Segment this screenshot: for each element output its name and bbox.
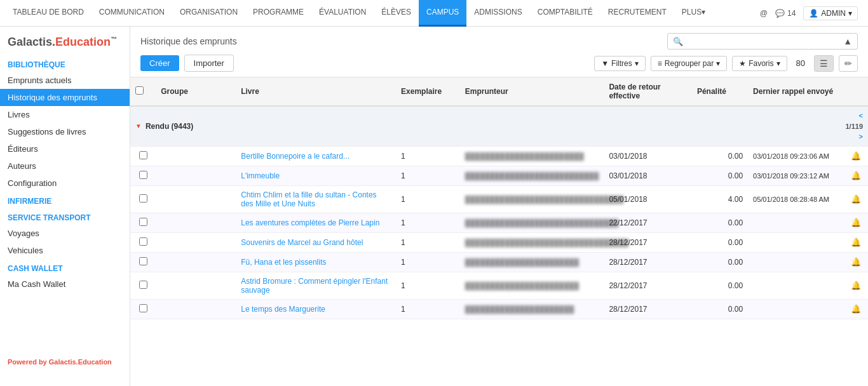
row-exemplaire: 1 [396, 232, 460, 252]
filter-dropdown-icon: ▾ [635, 59, 639, 68]
row-checkbox[interactable] [139, 218, 147, 226]
row-livre[interactable]: Astrid Bromure : Comment épingler l'Enfa… [236, 272, 396, 299]
header-checkbox-col [130, 77, 156, 106]
row-checkbox[interactable] [139, 194, 147, 203]
table-row: Astrid Bromure : Comment épingler l'Enfa… [130, 272, 868, 299]
bell-icon[interactable]: 🔔 [851, 171, 861, 180]
star-icon: ★ [739, 59, 746, 68]
pagination-current: 1/119 [845, 123, 863, 130]
nav-communication[interactable]: COMMUNICATION [92, 0, 172, 27]
row-checkbox[interactable] [139, 237, 147, 246]
nav-tableau-de-bord[interactable]: TABLEAU DE BORD [5, 0, 92, 27]
pagination-next[interactable]: > [845, 131, 863, 142]
search-input[interactable] [687, 37, 843, 46]
list-view-button[interactable]: ☰ [815, 56, 833, 71]
main-layout: Galactis.Education™ BIBLIOTHÈQUE Emprunt… [0, 27, 868, 386]
search-collapse-icon[interactable]: ▲ [843, 36, 852, 46]
nav-campus[interactable]: CAMPUS [419, 0, 466, 27]
sidebar-item-auteurs[interactable]: Auteurs [0, 157, 130, 175]
bell-icon[interactable]: 🔔 [851, 281, 861, 290]
filters-button[interactable]: ▼ Filtres ▾ [594, 56, 646, 71]
sidebar-item-emprunts-actuels[interactable]: Emprunts actuels [0, 72, 130, 89]
row-livre[interactable]: Fü, Hana et les pissenlits [236, 252, 396, 272]
row-checkbox[interactable] [139, 304, 147, 312]
edit-columns-button[interactable]: ✏ [839, 55, 858, 72]
row-livre[interactable]: L'immeuble [236, 166, 396, 185]
bell-icon[interactable]: 🔔 [851, 151, 861, 161]
row-checkbox-cell [130, 185, 156, 213]
sidebar-item-vehicules[interactable]: Vehicules [0, 242, 130, 259]
row-checkbox[interactable] [139, 171, 147, 179]
row-bell[interactable]: 🔔 [844, 166, 868, 185]
row-livre[interactable]: Le temps des Marguerite [236, 299, 396, 319]
row-livre[interactable]: Bertille Bonnepoire a le cafard... [236, 146, 396, 166]
admin-button[interactable]: 👤 ADMIN ▾ [803, 6, 858, 20]
nav-plus[interactable]: PLUS ▾ [674, 0, 713, 27]
import-button[interactable]: Importer [184, 55, 234, 72]
row-checkbox-cell [130, 272, 156, 299]
bell-icon[interactable]: 🔔 [851, 218, 861, 227]
row-penalite: 0.00 [692, 299, 748, 319]
row-livre[interactable]: Chtim Chlim et la fille du sultan - Cont… [236, 185, 396, 213]
pagination-prev[interactable]: < [845, 110, 863, 121]
row-emprunteur: ██████████████████████ [460, 299, 604, 319]
nav-admissions[interactable]: ADMISSIONS [466, 0, 529, 27]
row-checkbox-cell [130, 146, 156, 166]
row-bell[interactable]: 🔔 [844, 146, 868, 166]
row-livre[interactable]: Souvenirs de Marcel au Grand hôtel [236, 232, 396, 252]
table-row: Le temps des Marguerite 1 ██████████████… [130, 299, 868, 319]
sidebar-item-ma-cash-wallet[interactable]: Ma Cash Wallet [0, 276, 130, 293]
row-bell[interactable]: 🔔 [844, 232, 868, 252]
sidebar-item-suggestions[interactable]: Suggestions de livres [0, 123, 130, 140]
nav-evaluation[interactable]: ÉVALUATION [311, 0, 374, 27]
table-container: Groupe Livre Exemplaire Emprunteur Date … [130, 77, 868, 386]
bell-icon[interactable]: 🔔 [851, 304, 861, 314]
row-checkbox[interactable] [139, 257, 147, 265]
table-row: Fü, Hana et les pissenlits 1 ███████████… [130, 252, 868, 272]
row-checkbox[interactable] [139, 281, 147, 289]
row-rappel: 03/01/2018 09:23:06 AM [748, 146, 844, 166]
sidebar-item-voyages[interactable]: Voyages [0, 225, 130, 242]
nav-recrutement[interactable]: RECRUTEMENT [600, 0, 674, 27]
row-groupe [156, 272, 236, 299]
sidebar-item-configuration[interactable]: Configuration [0, 175, 130, 192]
header-exemplaire: Exemplaire [396, 77, 460, 106]
row-bell[interactable]: 🔔 [844, 213, 868, 232]
row-bell[interactable]: 🔔 [844, 185, 868, 213]
row-livre[interactable]: Les aventures complètes de Pierre Lapin [236, 213, 396, 232]
favorites-button[interactable]: ★ Favoris ▾ [732, 56, 787, 71]
group-collapse-icon[interactable]: ▼ [135, 123, 142, 130]
nav-messages[interactable]: 💬 14 [775, 9, 796, 18]
main-content: Historique des emprunts 🔍 ▲ Créer Import… [130, 27, 868, 386]
top-navigation: TABLEAU DE BORD COMMUNICATION ORGANISATI… [0, 0, 868, 27]
bell-icon[interactable]: 🔔 [851, 194, 861, 204]
sidebar-item-livres[interactable]: Livres [0, 106, 130, 123]
group-by-button[interactable]: ≡ Regrouper par ▾ [651, 56, 727, 71]
row-bell[interactable]: 🔔 [844, 252, 868, 272]
row-checkbox[interactable] [139, 151, 147, 159]
nav-eleves[interactable]: ÉLÈVES [374, 0, 419, 27]
row-date-retour: 03/01/2018 [604, 166, 692, 185]
row-bell[interactable]: 🔔 [844, 299, 868, 319]
sidebar-item-historique[interactable]: Historique des emprunts [0, 89, 130, 106]
nav-comptabilite[interactable]: COMPTABILITÉ [530, 0, 600, 27]
nav-organisation[interactable]: ORGANISATION [172, 0, 245, 27]
search-box[interactable]: 🔍 ▲ [667, 33, 858, 50]
row-rappel [748, 252, 844, 272]
favorites-dropdown-icon: ▾ [776, 59, 780, 68]
row-bell[interactable]: 🔔 [844, 272, 868, 299]
sidebar-item-editeurs[interactable]: Éditeurs [0, 140, 130, 157]
row-rappel [748, 299, 844, 319]
select-all-checkbox[interactable] [135, 86, 144, 95]
row-date-retour: 22/12/2017 [604, 213, 692, 232]
bell-icon[interactable]: 🔔 [851, 237, 861, 247]
message-count: 14 [787, 9, 796, 18]
search-icon: 🔍 [673, 37, 683, 46]
nav-at-icon[interactable]: @ [760, 9, 768, 18]
row-emprunteur: █████████████████████████████████ [460, 232, 604, 252]
row-penalite: 0.00 [692, 146, 748, 166]
bell-icon[interactable]: 🔔 [851, 257, 861, 267]
row-penalite: 0.00 [692, 232, 748, 252]
nav-programme[interactable]: PROGRAMME [245, 0, 311, 27]
create-button[interactable]: Créer [140, 55, 179, 71]
